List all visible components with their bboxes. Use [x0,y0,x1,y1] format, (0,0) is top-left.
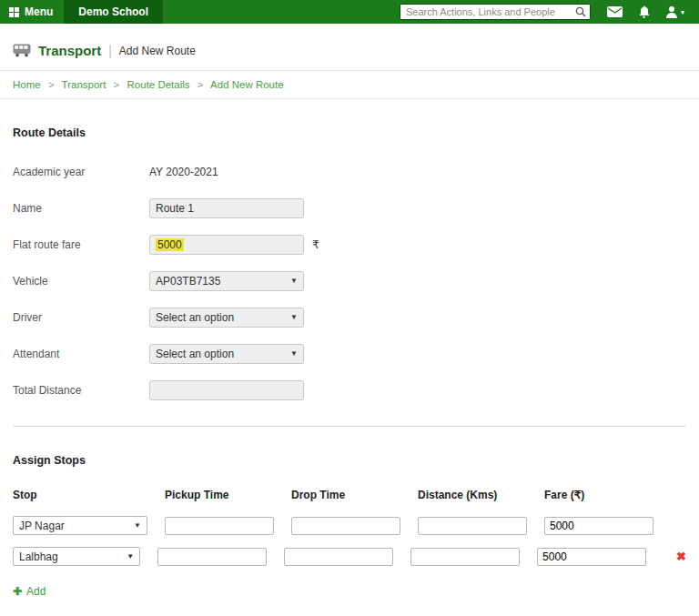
fare-input[interactable] [544,517,653,535]
chevron-down-icon: ▼ [127,552,134,560]
flat-route-fare-input[interactable]: 5000 [149,235,304,255]
menu-button[interactable]: Menu [0,0,64,24]
pickup-time-input[interactable] [157,548,267,566]
academic-year-label: Academic year [13,166,149,178]
section-divider [13,426,686,427]
chevron-down-icon: ▼ [290,349,298,358]
name-label: Name [13,202,149,215]
driver-label: Driver [13,311,149,324]
column-header-fare: Fare (₹) [544,489,653,501]
vehicle-select[interactable]: AP03TB7135 ▼ [149,271,304,291]
topbar-icon-group: ▾ [607,5,684,18]
form-row-driver: Driver Select an option ▼ [13,307,686,328]
global-search [400,4,591,20]
distance-input[interactable] [418,517,527,535]
chevron-down-icon: ▾ [681,8,684,16]
add-stop-link[interactable]: ✚ Add [13,585,46,598]
form-row-total-distance: Total Distance [13,379,686,400]
breadcrumb-home[interactable]: Home [13,79,41,90]
menu-label: Menu [25,5,53,18]
total-distance-label: Total Distance [13,384,149,397]
stop-row-2: Lalbhag ▼ ✖ [13,547,686,566]
academic-year-value: AY 2020-2021 [149,166,218,178]
chevron-down-icon: ▼ [290,277,298,285]
bell-icon[interactable] [638,5,650,18]
page-title: Transport [38,43,101,58]
form-row-attendant: Attendant Select an option ▼ [13,343,686,364]
column-header-distance: Distance (Kms) [418,489,527,501]
attendant-select[interactable]: Select an option ▼ [149,344,304,364]
drop-time-input[interactable] [284,548,393,566]
menu-grid-icon [9,7,19,17]
search-icon[interactable] [575,6,586,17]
user-icon [665,5,678,18]
column-header-stop: Stop [13,489,147,501]
form-row-flat-route-fare: Flat route fare 5000 ₹ [13,234,686,255]
breadcrumb-separator: > [114,79,120,90]
stops-table-header: Stop Pickup Time Drop Time Distance (Kms… [13,489,686,501]
pickup-time-input[interactable] [165,517,274,535]
assign-stops-title: Assign Stops [13,454,686,467]
stop-select-value: JP Nagar [19,520,65,532]
vehicle-label: Vehicle [13,275,149,288]
breadcrumb-separator: > [48,79,55,90]
plus-icon: ✚ [13,585,22,598]
add-stop-label: Add [26,585,46,598]
attendant-label: Attendant [13,348,149,360]
breadcrumb-separator: > [198,79,204,90]
module-header: Transport | Add New Route [0,24,699,70]
stop-select[interactable]: Lalbhag ▼ [13,547,140,566]
fare-input[interactable] [537,548,646,566]
delete-row-icon[interactable]: ✖ [676,550,686,563]
stop-select[interactable]: JP Nagar ▼ [13,516,147,535]
route-name-input[interactable] [149,198,304,218]
form-row-name: Name [13,197,686,218]
form-row-academic-year: Academic year AY 2020-2021 [13,161,686,182]
bus-icon [13,44,31,57]
flat-route-fare-label: Flat route fare [13,238,149,251]
mail-icon[interactable] [607,6,623,17]
total-distance-input[interactable] [149,380,304,400]
breadcrumb-route-details[interactable]: Route Details [127,79,190,90]
main-content: Route Details Academic year AY 2020-2021… [0,126,699,616]
column-header-pickup-time: Pickup Time [165,489,274,501]
vehicle-select-value: AP03TB7135 [156,275,220,288]
search-input[interactable] [400,4,591,20]
stop-row-1: JP Nagar ▼ [13,516,686,535]
school-name: Demo School [64,0,163,24]
route-details-title: Route Details [13,126,686,139]
attendant-select-value: Select an option [156,348,234,360]
breadcrumb-add-new-route: Add New Route [210,79,284,90]
topbar: Menu Demo School ▾ [0,0,699,24]
breadcrumb: Home > Transport > Route Details > Add N… [0,70,699,99]
stop-select-value: Lalbhag [19,550,58,563]
user-menu[interactable]: ▾ [665,5,684,18]
column-header-drop-time: Drop Time [291,489,400,501]
distance-input[interactable] [410,548,520,566]
flat-route-fare-value: 5000 [156,238,184,251]
driver-select[interactable]: Select an option ▼ [149,308,304,328]
rupee-symbol: ₹ [312,238,319,251]
breadcrumb-transport[interactable]: Transport [62,79,106,90]
driver-select-value: Select an option [156,311,234,324]
chevron-down-icon: ▼ [134,521,141,530]
page-subtitle: Add New Route [119,45,196,57]
form-row-vehicle: Vehicle AP03TB7135 ▼ [13,270,686,291]
drop-time-input[interactable] [291,517,400,535]
chevron-down-icon: ▼ [290,313,298,321]
title-separator: | [108,44,112,58]
